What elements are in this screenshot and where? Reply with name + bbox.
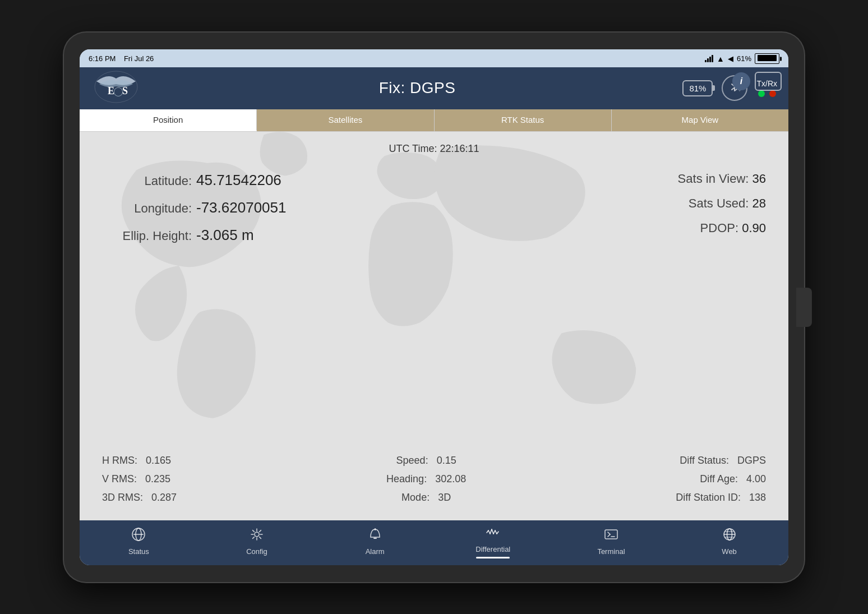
diff-age-value: 4.00 xyxy=(746,473,766,484)
rms-3d-field: 3D RMS: 0.287 xyxy=(102,492,177,504)
heading-label: Heading: xyxy=(386,473,427,484)
info-button[interactable]: i xyxy=(732,72,750,90)
speed-field: Speed: 0.15 xyxy=(386,455,466,467)
v-rms-field: V RMS: 0.235 xyxy=(102,473,177,485)
web-icon xyxy=(722,527,737,545)
status-bar: 6:16 PM Fri Jul 26 ▲ ◀ 61% xyxy=(80,49,788,67)
heading-value: 302.08 xyxy=(435,473,466,484)
ellip-height-field: Ellip. Height: -3.065 m xyxy=(102,227,286,244)
battery-icon xyxy=(755,53,779,64)
rms-3d-label: 3D RMS: xyxy=(102,492,143,503)
v-rms-label: V RMS: xyxy=(102,473,137,484)
sats-used-label: Sats Used: xyxy=(689,196,749,210)
longitude-field: Longitude: -73.62070051 xyxy=(102,199,286,216)
sats-in-view-value: 36 xyxy=(752,172,766,186)
terminal-icon xyxy=(604,527,618,545)
svg-line-13 xyxy=(490,529,492,534)
heading-field: Heading: 302.08 xyxy=(386,473,466,485)
config-icon xyxy=(250,527,264,545)
differential-icon xyxy=(486,525,500,543)
diff-age-label: Diff Age: xyxy=(700,473,738,484)
status-date: Fri Jul 26 xyxy=(124,54,154,63)
battery-percent: 61% xyxy=(737,54,751,63)
latitude-field: Latitude: 45.71542206 xyxy=(102,172,286,189)
satellite-stats-section: Sats in View: 36 Sats Used: 28 PDOP: 0.9… xyxy=(678,172,766,236)
side-button[interactable] xyxy=(796,288,812,327)
terminal-nav-label: Terminal xyxy=(597,547,625,556)
latitude-label: Latitude: xyxy=(102,174,192,188)
config-nav-label: Config xyxy=(246,547,267,556)
diff-status-value: DGPS xyxy=(737,455,766,466)
svg-line-16 xyxy=(495,530,497,534)
ellip-height-label: Ellip. Height: xyxy=(102,229,192,243)
location-arrow-icon: ◀ xyxy=(728,54,733,63)
diff-age-field: Diff Age: 4.00 xyxy=(676,473,766,485)
wifi-icon: ▲ xyxy=(717,54,724,63)
eos-logo: E ◯ S xyxy=(91,67,141,109)
rms-column: H RMS: 0.165 V RMS: 0.235 3D RMS: xyxy=(102,455,177,504)
tab-position[interactable]: Position xyxy=(80,109,257,131)
svg-rect-18 xyxy=(605,530,617,539)
differential-nav-label: Differential xyxy=(475,545,510,553)
header-center: Fix: DGPS xyxy=(181,79,654,97)
utc-time-display: UTC Time: 22:16:11 xyxy=(102,143,766,155)
coordinates-section: Latitude: 45.71542206 Longitude: -73.620… xyxy=(102,172,286,244)
nav-item-terminal[interactable]: Terminal xyxy=(589,527,634,556)
svg-point-8 xyxy=(255,532,259,537)
header-top-right: i xyxy=(732,72,782,91)
v-rms-value: 0.235 xyxy=(145,473,170,484)
pdop-label: PDOP: xyxy=(700,221,738,235)
device-screen: 6:16 PM Fri Jul 26 ▲ ◀ 61% xyxy=(80,49,788,565)
info-icon: i xyxy=(740,76,742,86)
rms-3d-value: 0.287 xyxy=(151,492,177,503)
status-nav-label: Status xyxy=(128,547,149,556)
tab-map-view[interactable]: Map View xyxy=(612,109,788,131)
nav-item-differential[interactable]: Differential xyxy=(470,525,515,558)
main-content: UTC Time: 22:16:11 Latitude: 45.71542206… xyxy=(80,132,788,520)
longitude-value: -73.62070051 xyxy=(196,199,286,216)
status-time-date: 6:16 PM Fri Jul 26 xyxy=(89,54,154,63)
svg-text:S: S xyxy=(122,85,128,96)
rx-dot-red xyxy=(769,90,776,97)
sats-in-view-label: Sats in View: xyxy=(678,172,749,186)
alarm-nav-label: Alarm xyxy=(366,547,385,556)
svg-line-20 xyxy=(608,534,610,537)
tx-dot-green xyxy=(758,90,765,97)
diff-station-id-value: 138 xyxy=(749,492,766,503)
diff-column: Diff Status: DGPS Diff Age: 4.00 Diff St… xyxy=(676,455,766,504)
mode-field: Mode: 3D xyxy=(386,492,466,504)
status-right: ▲ ◀ 61% xyxy=(705,53,779,64)
fix-title: Fix: DGPS xyxy=(379,79,456,97)
tabs-bar: Position Satellites RTK Status Map View xyxy=(80,109,788,132)
diff-status-field: Diff Status: DGPS xyxy=(676,455,766,467)
nav-item-status[interactable]: Status xyxy=(116,527,161,556)
battery-widget: 81% xyxy=(682,80,713,96)
speed-label: Speed: xyxy=(396,455,428,466)
tab-satellites[interactable]: Satellites xyxy=(257,109,434,131)
h-rms-field: H RMS: 0.165 xyxy=(102,455,177,467)
status-icon xyxy=(131,527,146,545)
alarm-icon xyxy=(368,527,382,545)
svg-line-14 xyxy=(492,529,493,534)
nav-item-alarm[interactable]: Alarm xyxy=(353,527,398,556)
content-overlay: UTC Time: 22:16:11 Latitude: 45.71542206… xyxy=(80,132,788,520)
svg-line-19 xyxy=(608,532,610,534)
pdop-value: 0.90 xyxy=(742,221,766,235)
h-rms-label: H RMS: xyxy=(102,455,137,466)
device-frame: 6:16 PM Fri Jul 26 ▲ ◀ 61% xyxy=(64,33,804,582)
nav-item-web[interactable]: Web xyxy=(707,527,752,556)
speed-value: 0.15 xyxy=(437,455,456,466)
diff-station-id-label: Diff Station ID: xyxy=(676,492,741,503)
web-nav-label: Web xyxy=(722,547,737,556)
sats-used-field: Sats Used: 28 xyxy=(678,196,766,211)
screen-toggle-button[interactable] xyxy=(755,72,782,91)
nav-item-config[interactable]: Config xyxy=(234,527,279,556)
tab-rtk-status[interactable]: RTK Status xyxy=(435,109,612,131)
tx-rx-dots xyxy=(758,90,776,97)
svg-line-17 xyxy=(497,532,498,534)
top-data-row: Latitude: 45.71542206 Longitude: -73.620… xyxy=(102,172,766,244)
signal-bars-icon xyxy=(705,55,713,62)
latitude-value: 45.71542206 xyxy=(196,172,281,189)
mode-label: Mode: xyxy=(401,492,430,503)
logo-area: E ◯ S xyxy=(91,67,181,109)
